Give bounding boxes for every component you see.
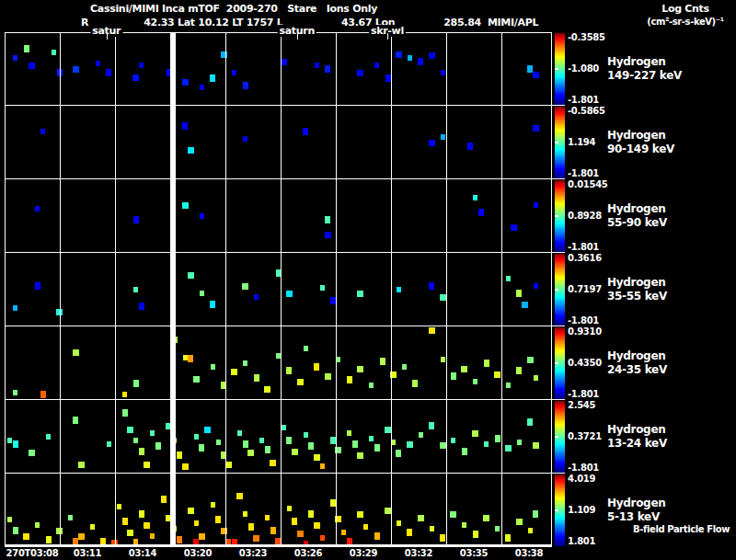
- data-cell: [243, 360, 247, 366]
- colorbar-min-label: -1.801: [568, 315, 599, 326]
- data-cell: [242, 283, 248, 290]
- time-tick-label: 03:35: [444, 548, 503, 558]
- data-cell: [407, 441, 413, 448]
- data-cell: [517, 440, 522, 445]
- spectrogram-plot: satursaturnskr-wl: [5, 32, 552, 547]
- energy-range-label: 35-55 keV: [607, 290, 667, 303]
- data-cell: [478, 209, 484, 216]
- column-gridline: [115, 32, 116, 547]
- data-cell: [7, 438, 12, 443]
- data-cell: [243, 82, 248, 89]
- data-cell: [441, 357, 445, 362]
- colorbar-mid-tick: [555, 215, 558, 217]
- data-cell: [182, 79, 189, 86]
- energy-band-label: Hydrogen35-55 keV: [607, 276, 667, 303]
- data-cell: [247, 450, 254, 456]
- data-cell: [440, 442, 446, 449]
- data-cell: [505, 534, 511, 542]
- data-cell: [533, 442, 539, 449]
- data-cell: [385, 508, 391, 514]
- data-cell: [188, 147, 194, 154]
- data-cell: [243, 440, 248, 448]
- data-cell: [286, 437, 292, 444]
- data-cell: [304, 432, 308, 438]
- data-cell: [374, 532, 380, 540]
- panel-separator: [5, 399, 565, 400]
- colorbar-mid-label: 0.3721: [568, 431, 602, 441]
- colorbar-mid-label: 1.109: [568, 505, 595, 515]
- data-cell: [533, 510, 538, 518]
- data-cell: [155, 442, 161, 450]
- data-cell: [226, 539, 231, 544]
- data-cell: [308, 510, 314, 518]
- data-cell: [357, 70, 363, 76]
- energy-band-label: Hydrogen55-90 keV: [607, 202, 667, 230]
- time-tick-label: 03:20: [168, 548, 227, 558]
- data-cell: [29, 63, 35, 69]
- panel-separator: [5, 105, 565, 106]
- colorbar-max-label: 4.019: [568, 474, 595, 484]
- panel-separator: [5, 178, 565, 179]
- data-cell: [254, 294, 259, 300]
- data-cell: [144, 522, 150, 529]
- data-cell: [194, 434, 199, 440]
- colorbar-mid-tick: [555, 289, 558, 291]
- data-cell: [282, 425, 286, 430]
- colorbar-min-label: -1.801: [568, 242, 599, 252]
- data-cell: [29, 450, 35, 456]
- data-cell: [528, 528, 533, 533]
- data-gap-stripe: [170, 32, 176, 547]
- data-cell: [122, 392, 127, 397]
- bfield-flow-label: B-field Particle Flow: [633, 524, 730, 534]
- data-cell: [385, 74, 391, 82]
- data-cell: [106, 69, 111, 76]
- time-tick-label: 03:14: [113, 548, 172, 558]
- data-cell: [369, 436, 374, 441]
- data-cell: [73, 66, 79, 73]
- energy-range-label: 90-149 keV: [607, 143, 674, 156]
- panel-separator: [5, 473, 565, 474]
- column-gridline: [446, 32, 447, 547]
- data-cell: [347, 376, 352, 383]
- data-cell: [133, 287, 138, 292]
- data-cell: [7, 517, 12, 522]
- data-cell: [133, 438, 138, 443]
- colorbar-mid-tick: [555, 436, 558, 438]
- data-cell: [133, 380, 139, 387]
- data-cell: [495, 526, 500, 531]
- event-tick: [297, 33, 298, 40]
- data-cell: [320, 463, 325, 469]
- time-tick-label: 03:23: [224, 548, 282, 558]
- data-cell: [286, 367, 292, 374]
- data-cell: [286, 291, 293, 297]
- data-cell: [380, 358, 385, 365]
- data-cell: [314, 363, 319, 371]
- data-cell: [494, 371, 500, 378]
- data-cell: [188, 272, 194, 279]
- data-cell: [430, 526, 434, 531]
- data-cell: [407, 529, 412, 536]
- colorbar-min-label: -1.801: [568, 168, 599, 178]
- data-cell: [182, 202, 189, 209]
- energy-band-label: Hydrogen24-35 keV: [607, 349, 667, 377]
- data-cell: [429, 52, 435, 59]
- data-cell: [253, 535, 259, 542]
- data-cell: [193, 376, 200, 383]
- colorbar-max-label: 2.545: [568, 400, 595, 410]
- data-cell: [534, 283, 538, 289]
- data-cell: [200, 291, 204, 296]
- data-cell: [236, 493, 243, 499]
- data-cell: [68, 515, 73, 520]
- data-cell: [303, 128, 308, 135]
- data-cell: [473, 531, 478, 538]
- data-cell: [150, 430, 155, 436]
- colorbar-max-label: -0.3585: [568, 32, 605, 42]
- data-cell: [314, 454, 320, 461]
- data-cell: [122, 409, 128, 417]
- data-cell: [440, 294, 446, 301]
- data-cell: [357, 366, 363, 372]
- event-tick: [387, 33, 388, 40]
- data-cell: [139, 510, 144, 518]
- data-cell: [462, 448, 467, 455]
- colorbar-header: Log Cnts (cm²-sr-s-keV)⁻¹: [639, 3, 731, 27]
